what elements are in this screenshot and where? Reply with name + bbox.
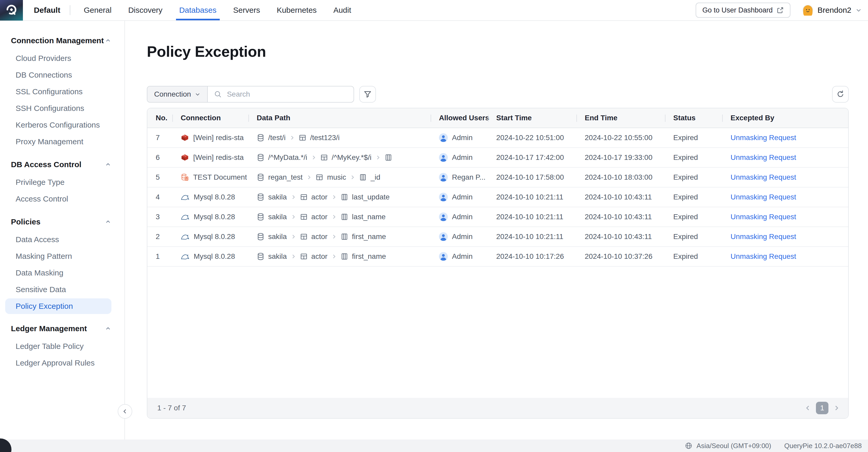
version-label: QueryPie 10.2.0-ae07e88 [784, 442, 862, 450]
table-row[interactable]: 1Mysql 8.0.28sakilaactorfirst_nameAdmin2… [147, 247, 848, 267]
path-segment [384, 154, 392, 161]
column-icon [359, 173, 367, 181]
unmasking-request-link[interactable]: Unmasking Request [731, 193, 796, 201]
sidebar-section-ledger-management[interactable]: Ledger Management [0, 320, 124, 337]
workspace-name[interactable]: Default [34, 6, 60, 14]
nav-item-discovery[interactable]: Discovery [128, 0, 162, 20]
chevron-right-icon [331, 214, 337, 220]
chevron-right-icon [289, 135, 295, 141]
chevron-right-icon [290, 253, 296, 259]
column-icon [341, 252, 348, 260]
chevron-right-icon [375, 155, 381, 160]
cell-data-path: /^MyData.*/i/^MyKey.*$/i [248, 148, 431, 167]
path-segment: _id [359, 173, 380, 181]
unmasking-request-link[interactable]: Unmasking Request [731, 133, 796, 142]
chevron-down-icon [195, 91, 200, 97]
prev-page-icon[interactable] [804, 404, 811, 411]
connection-name: Mysql 8.0.28 [194, 193, 235, 201]
unmasking-request-link[interactable]: Unmasking Request [731, 213, 796, 221]
nav-item-general[interactable]: General [84, 0, 112, 20]
sidebar-item-proxy-management[interactable]: Proxy Management [0, 133, 124, 150]
chevron-right-icon [311, 155, 317, 160]
cell-allowed-users: Admin [431, 247, 488, 266]
table-row[interactable]: 7[Wein] redis-sta/test/i/test123/iAdmin2… [147, 128, 848, 148]
sidebar-item-kerberos-configurations[interactable]: Kerberos Configurations [0, 117, 124, 133]
current-page[interactable]: 1 [816, 402, 829, 414]
nav-item-servers[interactable]: Servers [233, 0, 260, 20]
sidebar-item-privilege-type[interactable]: Privilege Type [0, 174, 124, 190]
cell-status: Expired [665, 187, 722, 207]
connection-name: Mysql 8.0.28 [194, 252, 235, 261]
unmasking-request-link[interactable]: Unmasking Request [731, 173, 796, 181]
cell-end-time: 2024-10-10 10:43:11 [577, 227, 665, 246]
go-to-user-dashboard-button[interactable]: Go to User Dashboard [696, 3, 790, 18]
sidebar-item-cloud-providers[interactable]: Cloud Providers [0, 50, 124, 67]
connection-name: [Wein] redis-sta [193, 153, 244, 162]
path-segment: sakila [257, 193, 287, 201]
allowed-user-name: Admin [452, 233, 472, 241]
path-label: _id [370, 173, 380, 181]
sidebar-item-ssh-configurations[interactable]: SSH Configurations [0, 100, 124, 117]
cell-connection: Mysql 8.0.28 [172, 187, 248, 207]
chevron-right-icon [306, 175, 312, 180]
path-label: last_name [352, 213, 385, 221]
nav-item-databases[interactable]: Databases [179, 0, 216, 20]
allowed-user-name: Admin [452, 213, 472, 221]
table-row[interactable]: 2Mysql 8.0.28sakilaactorfirst_nameAdmin2… [147, 227, 848, 247]
cell-end-time: 2024-10-10 10:43:11 [577, 207, 665, 227]
search-input[interactable] [226, 90, 347, 99]
user-icon [439, 212, 448, 221]
dashboard-button-label: Go to User Dashboard [703, 6, 773, 14]
path-label: music [327, 173, 346, 181]
path-segment: regan_test [257, 173, 303, 181]
sidebar-item-policy-exception[interactable]: Policy Exception [5, 298, 112, 314]
table-row[interactable]: 4Mysql 8.0.28sakilaactorlast_updateAdmin… [147, 187, 848, 207]
path-segment: /test/i [257, 133, 286, 142]
sidebar-section-db-access-control[interactable]: DB Access Control [0, 156, 124, 173]
sidebar-section-policies[interactable]: Policies [0, 213, 124, 230]
cell-excepted-by: Unmasking Request [722, 168, 848, 187]
search-field-select[interactable]: Connection [147, 86, 208, 102]
sidebar-item-ledger-table-policy[interactable]: Ledger Table Policy [0, 338, 124, 355]
sidebar-item-access-control[interactable]: Access Control [0, 190, 124, 207]
sidebar-collapse-button[interactable] [118, 404, 132, 419]
refresh-button[interactable] [832, 86, 849, 102]
cell-data-path: regan_testmusic_id [248, 168, 431, 187]
nav-item-kubernetes[interactable]: Kubernetes [277, 0, 317, 20]
table-row[interactable]: 5TEST Documentregan_testmusic_idRegan P.… [147, 168, 848, 187]
unmasking-request-link[interactable]: Unmasking Request [731, 252, 796, 261]
column-header-allowed-users: Allowed Users [431, 108, 488, 128]
cell-allowed-users: Regan P... [431, 168, 488, 187]
column-icon [384, 154, 392, 161]
sidebar-item-db-connections[interactable]: DB Connections [0, 67, 124, 83]
user-menu[interactable]: Brendon2 [802, 5, 862, 16]
nav-item-audit[interactable]: Audit [333, 0, 351, 20]
main-content: Policy Exception Connection [125, 21, 868, 440]
page-title: Policy Exception [147, 42, 868, 61]
cell-data-path: sakilaactorlast_name [248, 207, 431, 227]
sidebar-item-masking-pattern[interactable]: Masking Pattern [0, 248, 124, 265]
user-icon [439, 232, 448, 241]
sidebar-section-title: Policies [11, 217, 40, 226]
path-label: /test123/i [310, 133, 340, 142]
filter-button[interactable] [359, 86, 376, 102]
chat-launcher-partial[interactable] [0, 439, 11, 452]
sidebar-item-ledger-approval-rules[interactable]: Ledger Approval Rules [0, 355, 124, 371]
column-header-start-time: Start Time [488, 108, 577, 128]
sidebar-item-data-masking[interactable]: Data Masking [0, 265, 124, 281]
table-row[interactable]: 6[Wein] redis-sta/^MyData.*/i/^MyKey.*$/… [147, 148, 848, 168]
path-segment: actor [300, 252, 328, 261]
table-row[interactable]: 3Mysql 8.0.28sakilaactorlast_nameAdmin20… [147, 207, 848, 227]
sidebar-item-sensitive-data[interactable]: Sensitive Data [0, 281, 124, 298]
next-page-icon[interactable] [833, 404, 840, 411]
chevron-right-icon [331, 234, 337, 240]
unmasking-request-link[interactable]: Unmasking Request [731, 153, 796, 162]
topbar-right: Go to User Dashboard Brendon2 [696, 3, 868, 18]
sidebar-item-data-access[interactable]: Data Access [0, 231, 124, 248]
querypie-logo-icon[interactable] [0, 0, 23, 21]
sidebar-section-connection-management[interactable]: Connection Management [0, 32, 124, 49]
unmasking-request-link[interactable]: Unmasking Request [731, 233, 796, 241]
connection-name: Mysql 8.0.28 [194, 233, 235, 241]
sidebar-item-ssl-configurations[interactable]: SSL Configurations [0, 83, 124, 100]
allowed-user-name: Admin [452, 252, 472, 261]
